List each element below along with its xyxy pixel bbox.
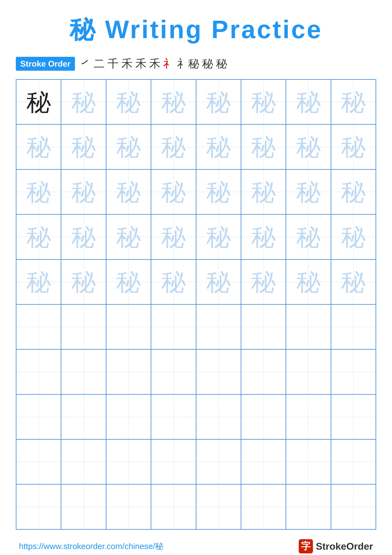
grid-cell[interactable] — [241, 394, 286, 439]
grid-cell[interactable] — [196, 484, 241, 529]
grid-cell[interactable]: 秘 — [286, 80, 331, 124]
grid-cell[interactable] — [106, 484, 151, 529]
grid-cell[interactable]: 秘 — [241, 124, 286, 169]
grid-cell[interactable]: 秘 — [16, 124, 61, 169]
grid-cell[interactable]: 秘 — [331, 169, 376, 214]
grid-cell[interactable]: 秘 — [331, 214, 376, 259]
grid-cell[interactable]: 秘 — [61, 124, 106, 169]
grid-cell[interactable] — [16, 394, 61, 439]
grid-cell[interactable] — [196, 349, 241, 394]
grid-cell[interactable] — [61, 304, 106, 349]
grid-cell[interactable] — [196, 439, 241, 484]
grid-cell[interactable] — [106, 439, 151, 484]
grid-cell[interactable] — [16, 304, 61, 349]
grid-cell[interactable] — [241, 304, 286, 349]
grid-cell[interactable]: 秘 — [151, 80, 196, 124]
grid-cell[interactable] — [151, 484, 196, 529]
grid-cell[interactable] — [61, 439, 106, 484]
stroke-6: 禾 — [149, 56, 160, 71]
grid-cell[interactable] — [16, 349, 61, 394]
footer-url[interactable]: https://www.strokeorder.com/chinese/秘 — [19, 541, 163, 552]
grid-cell[interactable] — [151, 394, 196, 439]
grid-cell[interactable] — [286, 394, 331, 439]
grid-cell[interactable]: 秘 — [196, 214, 241, 259]
grid-cell[interactable]: 秘 — [286, 259, 331, 304]
grid-cell[interactable] — [331, 349, 376, 394]
grid-cell[interactable] — [16, 439, 61, 484]
grid-cell[interactable] — [286, 349, 331, 394]
practice-char: 秘 — [161, 135, 186, 159]
grid-cell[interactable]: 秘 — [106, 124, 151, 169]
stroke-order-badge: Stroke Order — [16, 57, 75, 71]
grid-cell[interactable]: 秘 — [106, 169, 151, 214]
grid-cell[interactable] — [286, 484, 331, 529]
grid-cell[interactable] — [106, 349, 151, 394]
practice-char: 秘 — [206, 90, 231, 114]
grid-cell[interactable] — [61, 349, 106, 394]
grid-cell[interactable] — [151, 439, 196, 484]
grid-cell[interactable] — [196, 304, 241, 349]
practice-char: 秘 — [341, 180, 366, 204]
grid-cell[interactable]: 秘 — [331, 259, 376, 304]
title-section: 秘 Writing Practice — [16, 13, 376, 47]
grid-cell[interactable]: 秘 — [61, 169, 106, 214]
grid-cell[interactable] — [286, 439, 331, 484]
grid-cell[interactable]: 秘 — [61, 259, 106, 304]
grid-cell[interactable]: 秘 — [241, 259, 286, 304]
grid-cell[interactable] — [331, 439, 376, 484]
grid-cell[interactable]: 秘 — [16, 80, 61, 124]
grid-cell[interactable] — [241, 484, 286, 529]
stroke-5: 禾 — [135, 56, 146, 71]
grid-cell[interactable] — [106, 304, 151, 349]
grid-cell[interactable]: 秘 — [286, 124, 331, 169]
grid-row: 秘 秘 秘 秘 秘 秘 秘 秘 — [16, 259, 376, 304]
grid-cell[interactable] — [151, 349, 196, 394]
grid-cell[interactable]: 秘 — [151, 259, 196, 304]
grid-cell[interactable]: 秘 — [106, 259, 151, 304]
grid-cell[interactable] — [286, 304, 331, 349]
grid-cell[interactable] — [16, 484, 61, 529]
grid-cell[interactable] — [331, 484, 376, 529]
grid-row: 秘 秘 秘 秘 秘 秘 秘 秘 — [16, 169, 376, 214]
grid-cell[interactable]: 秘 — [151, 214, 196, 259]
grid-cell[interactable]: 秘 — [241, 80, 286, 124]
grid-cell[interactable] — [241, 439, 286, 484]
grid-cell[interactable]: 秘 — [286, 169, 331, 214]
grid-cell[interactable]: 秘 — [331, 124, 376, 169]
practice-char: 秘 — [251, 225, 276, 249]
grid-cell[interactable] — [331, 304, 376, 349]
grid-cell[interactable]: 秘 — [241, 214, 286, 259]
grid-cell[interactable] — [241, 349, 286, 394]
grid-cell[interactable]: 秘 — [106, 80, 151, 124]
grid-row: 秘 秘 秘 秘 秘 秘 秘 秘 — [16, 124, 376, 169]
practice-char: 秘 — [26, 270, 51, 294]
practice-char: 秘 — [341, 90, 366, 114]
grid-cell[interactable]: 秘 — [61, 214, 106, 259]
grid-cell[interactable]: 秘 — [196, 124, 241, 169]
practice-char: 秘 — [116, 90, 141, 114]
practice-char: 秘 — [71, 225, 96, 249]
grid-cell[interactable] — [61, 394, 106, 439]
grid-cell[interactable]: 秘 — [16, 169, 61, 214]
grid-cell[interactable]: 秘 — [286, 214, 331, 259]
grid-cell[interactable]: 秘 — [196, 169, 241, 214]
grid-cell[interactable]: 秘 — [61, 80, 106, 124]
grid-cell[interactable] — [106, 394, 151, 439]
grid-cell[interactable]: 秘 — [196, 259, 241, 304]
grid-cell[interactable]: 秘 — [196, 80, 241, 124]
practice-char: 秘 — [296, 135, 321, 159]
practice-char: 秘 — [296, 270, 321, 294]
grid-cell[interactable]: 秘 — [106, 214, 151, 259]
grid-cell[interactable]: 秘 — [16, 259, 61, 304]
grid-cell[interactable]: 秘 — [16, 214, 61, 259]
grid-cell[interactable]: 秘 — [151, 124, 196, 169]
grid-cell[interactable]: 秘 — [331, 80, 376, 124]
grid-cell[interactable] — [196, 394, 241, 439]
grid-cell[interactable] — [61, 484, 106, 529]
practice-char: 秘 — [251, 270, 276, 294]
grid-cell[interactable] — [151, 304, 196, 349]
grid-cell[interactable] — [331, 394, 376, 439]
practice-char: 秘 — [296, 90, 321, 114]
grid-cell[interactable]: 秘 — [151, 169, 196, 214]
grid-cell[interactable]: 秘 — [241, 169, 286, 214]
